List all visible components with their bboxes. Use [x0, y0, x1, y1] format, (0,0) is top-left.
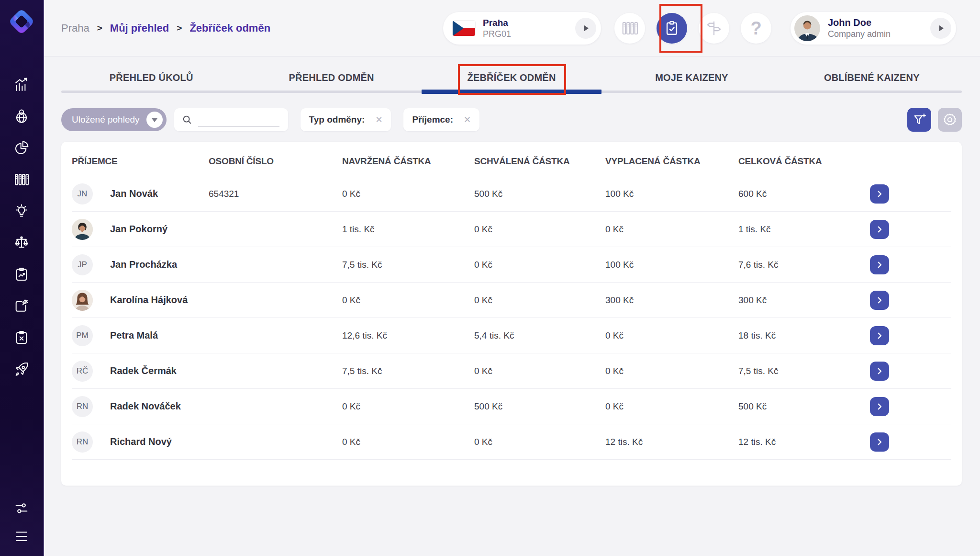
location-expand-button[interactable] [575, 18, 596, 39]
tab-4[interactable]: MOJE KAIZENY [601, 61, 781, 94]
paid-amount: 0 Kč [605, 401, 738, 412]
sidebar-item-launch-rocket[interactable] [13, 362, 30, 378]
chevron-right-icon [875, 402, 884, 411]
column-header-total[interactable]: CELKOVÁ ČÁSTKA [738, 156, 870, 167]
help-button[interactable]: ? [741, 13, 771, 44]
total-amount: 1 tis. Kč [738, 224, 870, 235]
columns-view-button[interactable] [614, 13, 645, 44]
add-filter-button[interactable] [907, 108, 931, 132]
tab-2[interactable]: PŘEHLED ODMĚN [241, 61, 421, 94]
reports-pie-icon [14, 140, 29, 158]
user-expand-button[interactable] [930, 18, 951, 39]
kanban-columns-icon [14, 172, 29, 189]
sidebar-item-analytics-trend[interactable] [13, 78, 30, 94]
sidebar-item-kanban-columns[interactable] [13, 172, 30, 189]
proposed-amount: 0 Kč [342, 437, 474, 447]
tab-1[interactable]: PŘEHLED ÚKOLŮ [61, 61, 241, 94]
tasks-clipboard-button[interactable] [657, 13, 687, 44]
chevron-right-icon [875, 190, 884, 198]
row-detail-button[interactable] [870, 184, 889, 204]
row-detail-button[interactable] [870, 432, 889, 452]
saved-views-label: Uložené pohledy [72, 114, 140, 125]
paid-amount: 0 Kč [605, 366, 738, 376]
close-icon[interactable]: ✕ [464, 114, 471, 125]
row-detail-button[interactable] [870, 255, 889, 274]
chevron-right-icon [875, 438, 884, 446]
recipient-name: Richard Nový [110, 436, 209, 447]
topbar-actions: Praha PRG01 [443, 0, 956, 57]
sidebar-item-ideas-lightbulb[interactable] [13, 204, 30, 220]
filter-chip-label: Příjemce: [412, 114, 453, 125]
sidebar-item-pinned-notes[interactable] [13, 299, 30, 315]
column-header-recipient[interactable]: PŘÍJEMCE [72, 156, 209, 167]
avatar [72, 219, 93, 240]
saved-views-button[interactable]: Uložené pohledy [61, 108, 167, 131]
paid-amount: 12 tis. Kč [605, 437, 738, 447]
filter-chip-1[interactable]: Typ odměny:✕ [301, 108, 391, 131]
sidebar-item-evaluation-scales[interactable] [13, 236, 30, 252]
recipient-name: Jan Pokorný [110, 224, 209, 235]
tab-3[interactable]: ŽEBŘÍČEK ODMĚN [422, 61, 601, 94]
menu-hamburger-icon [14, 529, 29, 546]
sidebar-item-preferences-sliders[interactable] [13, 501, 30, 518]
recipient-name: Radek Nováček [110, 401, 209, 412]
recipient-name: Jan Procházka [110, 259, 209, 270]
avatar: RN [72, 431, 93, 453]
filter-bar: Uložené pohledy Typ odměny:✕Příjemce:✕ [61, 108, 962, 132]
sidebar-item-world-locations[interactable] [13, 109, 30, 125]
total-amount: 7,6 tis. Kč [738, 260, 870, 270]
column-header-paid[interactable]: VYPLACENÁ ČÁSTKA [605, 156, 738, 167]
tab-bar: PŘEHLED ÚKOLŮPŘEHLED ODMĚNŽEBŘÍČEK ODMĚN… [61, 61, 962, 94]
total-amount: 18 tis. Kč [738, 330, 870, 341]
approved-amount: 0 Kč [474, 437, 605, 447]
app-logo-icon[interactable] [7, 7, 36, 36]
table-settings-button[interactable] [938, 108, 962, 132]
row-detail-button[interactable] [870, 326, 889, 345]
avatar: PM [72, 325, 93, 346]
row-detail-button[interactable] [870, 291, 889, 310]
approved-amount: 0 Kč [474, 295, 605, 306]
recipient-name: Jan Novák [110, 188, 209, 199]
total-amount: 7,5 tis. Kč [738, 366, 870, 376]
location-selector[interactable]: Praha PRG01 [443, 12, 601, 45]
sidebar-bottom [13, 501, 30, 545]
tab-5[interactable]: OBLÍBENÉ KAIZENY [782, 61, 962, 94]
user-name: John Doe [828, 17, 891, 29]
breadcrumb-link-overview[interactable]: Můj přehled [110, 22, 169, 34]
proposed-amount: 0 Kč [342, 189, 474, 199]
total-amount: 300 Kč [738, 295, 870, 306]
sidebar-item-tasks-clipboard[interactable] [13, 267, 30, 284]
table-row: PMPetra Malá12,6 tis. Kč5,4 tis. Kč0 Kč1… [72, 318, 951, 353]
column-header-personal-number[interactable]: OSOBNÍ ČÍSLO [209, 156, 342, 167]
filter-chip-2[interactable]: Příjemce:✕ [403, 108, 479, 131]
search-input[interactable] [198, 113, 279, 127]
user-role: Company admin [828, 29, 891, 40]
table-header-row: PŘÍJEMCE OSOBNÍ ČÍSLO NAVRŽENÁ ČÁSTKA SC… [72, 142, 951, 176]
table-row: JPJan Procházka7,5 tis. Kč0 Kč100 Kč7,6 … [72, 247, 951, 283]
column-header-proposed[interactable]: NAVRŽENÁ ČÁSTKA [342, 156, 474, 167]
breadcrumb-root[interactable]: Praha [61, 22, 89, 34]
sidebar-item-declined-clipboard[interactable] [13, 330, 30, 347]
search-box [174, 108, 288, 131]
avatar: JP [72, 254, 93, 275]
location-code: PRG01 [483, 29, 511, 40]
evaluation-scales-icon [14, 235, 29, 252]
dropdown-circle[interactable] [146, 112, 163, 128]
user-menu[interactable]: John Doe Company admin [791, 12, 956, 45]
column-header-approved[interactable]: SCHVÁLENÁ ČÁSTKA [474, 156, 605, 167]
chevron-right-icon [875, 296, 884, 305]
close-icon[interactable]: ✕ [375, 114, 382, 125]
total-amount: 12 tis. Kč [738, 437, 870, 447]
row-detail-button[interactable] [870, 397, 889, 416]
guidepost-button[interactable] [699, 13, 729, 44]
row-detail-button[interactable] [870, 220, 889, 239]
sidebar-item-menu-hamburger[interactable] [13, 529, 30, 545]
chevron-right-icon [875, 331, 884, 340]
paid-amount: 0 Kč [605, 224, 738, 235]
sidebar-item-reports-pie[interactable] [13, 141, 30, 157]
search-icon [182, 114, 192, 125]
proposed-amount: 7,5 tis. Kč [342, 260, 474, 270]
row-detail-button[interactable] [870, 362, 889, 381]
rewards-leaderboard-table: PŘÍJEMCE OSOBNÍ ČÍSLO NAVRŽENÁ ČÁSTKA SC… [61, 142, 962, 486]
chevron-right-icon [875, 225, 884, 234]
